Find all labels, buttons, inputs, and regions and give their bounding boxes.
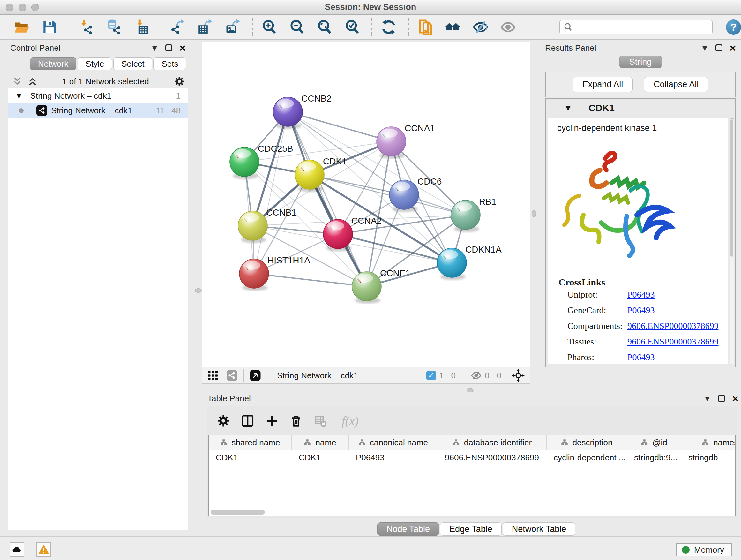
column-header[interactable]: database identifier: [438, 435, 547, 449]
crosslink-link[interactable]: 9606.ENSP00000378699: [627, 336, 718, 347]
edge-CCNB2-CCNA1[interactable]: [288, 112, 391, 141]
network-row[interactable]: String Network – cdk1 11 48: [8, 103, 188, 118]
tab-sets[interactable]: Sets: [153, 57, 186, 70]
network-graph[interactable]: CCNB2CCNA1CDC25BCDK1CDC6RB1CCNB1CCNA2CDK…: [202, 42, 531, 367]
expand-all-icon[interactable]: [27, 76, 38, 86]
show-columns-button[interactable]: [240, 414, 255, 428]
node-CCNA1[interactable]: [377, 127, 406, 159]
close-panel-icon[interactable]: ×: [730, 44, 736, 51]
column-header[interactable]: name: [292, 435, 349, 449]
float-panel-icon[interactable]: [716, 44, 723, 51]
selected-checkbox-icon[interactable]: ✓: [426, 371, 436, 380]
tab-edge-table[interactable]: Edge Table: [440, 522, 502, 536]
add-column-button[interactable]: [265, 414, 279, 428]
network-collection-row[interactable]: ▼ String Network – cdk1 1: [8, 88, 188, 103]
network-list: ▼ String Network – cdk1 1 String Network…: [8, 88, 188, 530]
expand-all-button[interactable]: Expand All: [572, 77, 633, 92]
zoom-out-button[interactable]: [289, 18, 306, 36]
collection-caret-icon[interactable]: ▼: [17, 92, 21, 99]
right-splitter-handle[interactable]: [532, 210, 536, 217]
network-canvas[interactable]: CCNB2CCNA1CDC25BCDK1CDC6RB1CCNB1CCNA2CDK…: [202, 42, 530, 367]
crosslink-link[interactable]: P06493: [627, 305, 655, 315]
crosslink-link[interactable]: P06493: [627, 290, 655, 300]
tab-network-table[interactable]: Network Table: [502, 522, 576, 536]
table-horizontal-scrollbar[interactable]: [211, 509, 734, 515]
panel-menu-caret-icon[interactable]: ▼: [152, 44, 157, 52]
column-header[interactable]: namespace: [681, 435, 736, 449]
node-HIST1H1A[interactable]: [239, 259, 269, 291]
warnings-button[interactable]: [37, 542, 51, 557]
import-network-file-button[interactable]: [77, 18, 94, 36]
import-table-button[interactable]: [133, 18, 150, 36]
column-header[interactable]: description: [547, 435, 627, 449]
node-CDC6[interactable]: [389, 180, 419, 212]
close-panel-icon[interactable]: ×: [179, 44, 186, 51]
network-view-icon[interactable]: [226, 370, 238, 381]
table-options-button[interactable]: [216, 414, 231, 428]
gene-section-header[interactable]: ▼ CDK1: [546, 99, 735, 117]
delete-column-button[interactable]: [289, 414, 304, 428]
panel-menu-caret-icon[interactable]: ▼: [702, 44, 707, 52]
node-RB1[interactable]: [451, 200, 480, 232]
search-input[interactable]: [575, 23, 709, 32]
collapse-all-button[interactable]: Collapse All: [644, 77, 709, 92]
table-row[interactable]: CDK1CDK1P064939606.ENSP00000378699cyclin…: [209, 450, 735, 465]
show-all-button[interactable]: [500, 18, 517, 36]
column-header[interactable]: shared name: [209, 435, 292, 449]
grid-view-icon[interactable]: [207, 370, 219, 381]
close-panel-icon[interactable]: ×: [732, 395, 738, 402]
window-minimize-button[interactable]: [18, 3, 26, 11]
function-builder-button[interactable]: f(x): [342, 414, 359, 428]
table-scrollbar-thumb[interactable]: [211, 509, 265, 515]
edge-CDK1-RB1[interactable]: [310, 175, 466, 215]
tab-network[interactable]: Network: [30, 57, 76, 70]
export-table-button[interactable]: [197, 18, 214, 36]
node-CDK1[interactable]: [295, 160, 324, 192]
refresh-view-button[interactable]: [381, 18, 397, 36]
collapse-all-icon[interactable]: [12, 76, 22, 86]
import-network-database-button[interactable]: [105, 18, 122, 36]
birds-eye-view-icon[interactable]: [512, 369, 525, 382]
float-panel-icon[interactable]: [165, 44, 172, 51]
crosslink-link[interactable]: 9606.ENSP00000378699: [627, 321, 718, 331]
results-scrollbar-thumb[interactable]: [730, 119, 733, 257]
clone-network-button[interactable]: [417, 18, 434, 36]
tab-node-table[interactable]: Node Table: [377, 522, 439, 536]
export-image-button[interactable]: [225, 18, 242, 36]
delete-table-button[interactable]: [313, 414, 328, 428]
edge-CCNB2-HIST1H1A[interactable]: [254, 112, 288, 273]
column-header[interactable]: @id: [627, 435, 681, 449]
detach-view-icon[interactable]: [250, 370, 261, 381]
panel-menu-caret-icon[interactable]: ▼: [705, 395, 710, 402]
left-splitter-handle[interactable]: [195, 288, 202, 293]
network-options-gear-icon[interactable]: [174, 76, 185, 87]
help-button[interactable]: ?: [726, 19, 741, 35]
node-CCNE1[interactable]: [352, 272, 381, 304]
tab-style[interactable]: Style: [77, 57, 112, 70]
float-panel-icon[interactable]: [718, 395, 725, 402]
memory-button[interactable]: Memory: [676, 543, 732, 557]
warning-icon: [38, 544, 50, 555]
bottom-splitter-handle[interactable]: [467, 388, 474, 392]
save-session-button[interactable]: [41, 18, 58, 36]
crosslink-link[interactable]: P06493: [627, 352, 655, 362]
node-CDC25B[interactable]: [230, 147, 259, 179]
section-caret-icon[interactable]: ▼: [565, 104, 570, 112]
hide-selected-button[interactable]: [472, 18, 489, 36]
fit-content-button[interactable]: [316, 18, 333, 36]
window-close-button[interactable]: [6, 3, 13, 11]
tab-select[interactable]: Select: [113, 57, 152, 70]
export-network-button[interactable]: [170, 18, 186, 36]
node-CDKN1A[interactable]: [437, 248, 467, 280]
open-session-button[interactable]: [13, 18, 30, 36]
zoom-selected-button[interactable]: [344, 18, 361, 36]
results-scrollbar[interactable]: [730, 118, 734, 364]
tab-string[interactable]: String: [619, 56, 662, 68]
edge-HIST1H1A-CCNE1[interactable]: [254, 273, 367, 287]
window-zoom-button[interactable]: [31, 3, 39, 11]
node-CCNB1[interactable]: [238, 211, 267, 243]
zoom-in-button[interactable]: [261, 18, 278, 36]
cloud-status-button[interactable]: [10, 542, 24, 557]
home-button[interactable]: [445, 18, 461, 36]
column-header[interactable]: canonical name: [349, 435, 438, 449]
